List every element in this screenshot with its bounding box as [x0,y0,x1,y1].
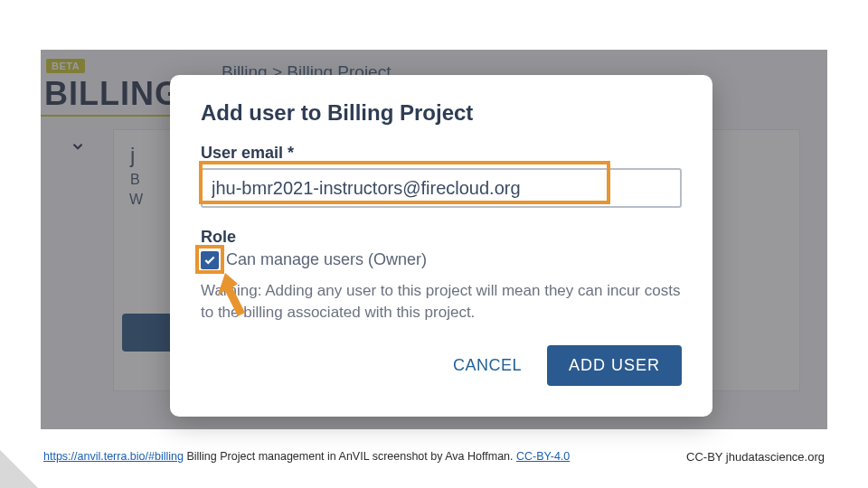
caption-desc: Billing Project management in AnVIL scre… [184,450,516,463]
email-label: User email * [201,144,682,163]
add-user-button[interactable]: ADD USER [547,345,682,386]
check-icon [203,254,216,267]
add-user-modal: Add user to Billing Project User email *… [170,75,712,417]
license-link[interactable]: CC-BY-4.0 [516,450,570,463]
attribution-right: CC-BY jhudatascience.org [686,450,825,464]
owner-checkbox[interactable] [201,251,219,269]
role-label: Role [201,228,682,247]
source-link[interactable]: https://anvil.terra.bio/#billing [43,450,184,463]
svg-marker-2 [0,450,38,488]
warning-text: Warning: Adding any user to this project… [201,280,682,324]
modal-title: Add user to Billing Project [201,100,682,126]
cancel-button[interactable]: CANCEL [448,347,527,384]
email-field[interactable] [201,168,682,208]
role-option-label: Can manage users (Owner) [226,250,427,269]
